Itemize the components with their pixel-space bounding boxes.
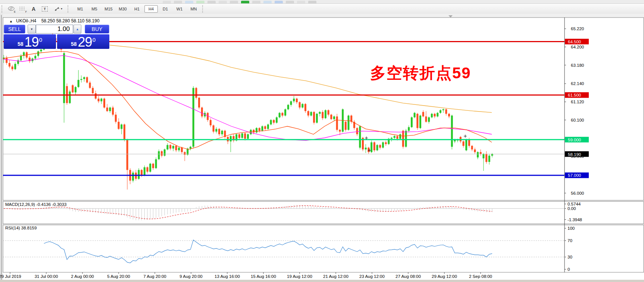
svg-text:0: 0 (568, 267, 570, 272)
rsi-label: RSI(14) 38.8159 (5, 226, 37, 230)
svg-text:0.5744: 0.5744 (568, 202, 581, 206)
time-tick-label: 7 Aug 20:00 (143, 274, 166, 279)
collapse-icon[interactable]: ▲ (9, 19, 13, 23)
time-tick-label: 31 Jul 00:00 (35, 274, 58, 279)
price-tick-label: 64.200 (571, 45, 584, 49)
sell-price-big: 19 (25, 36, 39, 48)
buy-price-sup: 0 (93, 37, 96, 43)
buy-price-small: 58 (71, 41, 77, 47)
volume-input[interactable] (36, 25, 73, 34)
time-tick-label: 13 Aug 16:00 (215, 274, 240, 279)
buy-price-display[interactable]: 58 29 0 (57, 34, 109, 49)
price-badge-label: 61.500 (568, 93, 581, 97)
time-tick-label: 27 Aug 08:00 (396, 274, 421, 279)
volume-decrease-button[interactable]: ▼ (28, 25, 36, 34)
time-tick-label: 5 Aug 20:00 (107, 274, 130, 279)
svg-text:0.00: 0.00 (568, 206, 576, 211)
ohlc-values: 58.250 58.280 58.110 58.190 (41, 18, 100, 24)
price-badge-label: 57.000 (568, 173, 581, 178)
svg-text:-1.3948: -1.3948 (568, 217, 582, 222)
trade-panel-top-row: SELL ▼ ▲ BUY (4, 25, 109, 34)
sell-button[interactable]: SELL (4, 25, 25, 34)
macd-label: MACD(12,26,9) -0.4136 -0.3033 (5, 202, 66, 207)
time-tick-label: 15 Aug 16:00 (251, 274, 276, 279)
price-tick-label: 63.180 (571, 63, 584, 68)
buy-price-big: 29 (78, 36, 92, 48)
time-tick-label: 29 Aug 12:00 (432, 274, 457, 279)
price-tick-label: 65.220 (571, 26, 584, 31)
price-badge-label: 64.500 (568, 40, 581, 44)
time-tick-label: 21 Aug 12:00 (323, 274, 348, 279)
price-tick-label: 62.140 (571, 81, 584, 86)
time-tick-label: 9 Aug 20:00 (179, 274, 202, 279)
sell-price-small: 58 (18, 41, 24, 47)
price-badge-label: 59.000 (568, 138, 581, 142)
buy-button[interactable]: BUY (85, 25, 109, 34)
sell-price-display[interactable]: 58 19 0 (4, 34, 56, 49)
price-tick-label: 56.000 (571, 191, 584, 195)
price-tick-label: 61.120 (571, 100, 584, 104)
symbol-period-label: UKOil-,H4 (16, 18, 36, 24)
time-tick-label: 19 Aug 12:00 (287, 274, 312, 279)
svg-text:100: 100 (568, 226, 575, 231)
time-tick-label: 23 Aug 12:00 (359, 274, 385, 279)
svg-text:70: 70 (568, 238, 572, 243)
price-tick-label: 60.100 (571, 118, 584, 122)
svg-text:30: 30 (568, 255, 572, 259)
chart-annotation-text[interactable]: 多空转折点59 (370, 63, 471, 84)
one-click-trading-panel: SELL ▼ ▲ BUY 58 19 0 58 29 0 (4, 25, 109, 49)
volume-increase-button[interactable]: ▲ (74, 25, 81, 34)
status-strip (0, 280, 644, 282)
time-tick-label: 2 Aug 00:00 (71, 274, 94, 279)
time-tick-label: 2 Sep 08:00 (469, 274, 492, 279)
mt4-window: { "background_strip": { "nubs": ["#e0e0e… (0, 0, 644, 282)
sell-price-sup: 0 (39, 37, 42, 43)
chart-header: ▲ UKOil-,H4 58.250 58.280 58.110 58.190 (9, 18, 100, 24)
time-tick-label: 29 Jul 2019 (0, 274, 21, 279)
price-badge-label: 58.190 (568, 152, 581, 157)
